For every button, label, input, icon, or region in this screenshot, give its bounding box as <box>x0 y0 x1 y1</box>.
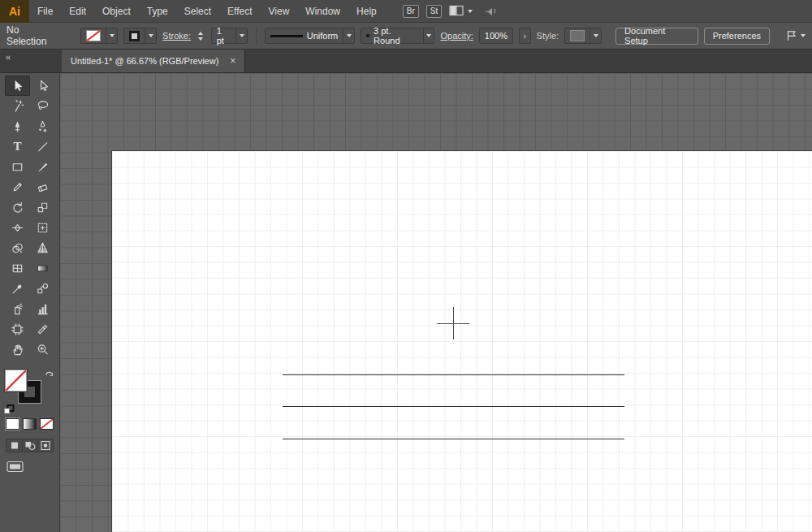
stroke-weight-value: 1 pt <box>217 26 231 45</box>
tool-gradient[interactable] <box>30 258 55 279</box>
tool-symbol-sprayer[interactable] <box>5 299 30 319</box>
tool-hand[interactable] <box>5 340 30 360</box>
brush-preview-icon <box>366 34 369 37</box>
tool-paintbrush[interactable] <box>30 157 55 177</box>
style-label: Style: <box>537 31 559 41</box>
tool-shape-builder[interactable] <box>5 238 30 258</box>
color-button[interactable] <box>6 418 19 430</box>
width-profile-value: Uniform <box>307 31 339 41</box>
menu-help[interactable]: Help <box>348 6 385 17</box>
tool-rectangle[interactable] <box>5 157 30 177</box>
draw-inside-button[interactable] <box>37 439 53 452</box>
default-fill-stroke-icon[interactable] <box>4 404 15 416</box>
tool-type[interactable]: T <box>5 136 30 157</box>
none-button[interactable] <box>40 418 54 430</box>
collapse-panel-button[interactable]: « <box>6 52 10 62</box>
draw-behind-button[interactable] <box>22 439 37 452</box>
chevron-down-icon <box>468 10 473 13</box>
illustrator-window: Ai File Edit Object Type Select Effect V… <box>0 0 812 532</box>
close-icon[interactable]: × <box>230 56 235 66</box>
opacity-value: 100% <box>485 31 508 41</box>
gradient-button[interactable] <box>23 418 37 430</box>
tool-width[interactable] <box>5 218 30 238</box>
menu-type[interactable]: Type <box>139 6 176 17</box>
menu-edit[interactable]: Edit <box>61 6 94 17</box>
stroke-weight-stepper[interactable] <box>197 32 205 41</box>
bridge-button[interactable]: Br <box>403 5 419 18</box>
app-logo: Ai <box>0 0 29 23</box>
stroke-panel-link[interactable]: Stroke: <box>162 31 191 41</box>
control-bar-menu-dropdown[interactable] <box>785 29 806 43</box>
preferences-button[interactable]: Preferences <box>704 28 770 45</box>
none-swatch-icon <box>86 30 101 41</box>
tool-scale[interactable] <box>30 197 55 218</box>
control-bar: No Selection Stroke: 1 pt <box>0 23 812 50</box>
menu-window[interactable]: Window <box>297 6 348 17</box>
arrange-documents-dropdown[interactable] <box>449 5 473 18</box>
fill-color-dropdown[interactable] <box>80 28 118 44</box>
stock-button[interactable]: St <box>426 5 442 18</box>
arrange-documents-icon <box>449 5 464 18</box>
menu-bar: Ai File Edit Object Type Select Effect V… <box>0 0 812 23</box>
tool-pencil[interactable] <box>5 177 30 197</box>
swap-fill-stroke-icon[interactable] <box>45 369 54 379</box>
stroke-weight-dropdown[interactable]: 1 pt <box>211 28 248 44</box>
share-icon <box>484 5 497 18</box>
opacity-options-button[interactable]: › <box>519 28 531 44</box>
tool-column-graph[interactable] <box>30 299 55 319</box>
tool-pen[interactable] <box>5 116 30 136</box>
tool-slice[interactable] <box>30 319 55 340</box>
menu-effect[interactable]: Effect <box>219 6 260 17</box>
chevron-down-icon <box>347 34 352 37</box>
menu-view[interactable]: View <box>261 6 298 17</box>
tool-lasso[interactable] <box>30 96 55 116</box>
opacity-field[interactable]: 100% <box>479 28 513 44</box>
chevron-down-icon <box>240 34 244 37</box>
tool-direct-selection[interactable] <box>30 76 55 96</box>
screen-mode-button[interactable] <box>6 461 24 475</box>
stroke-color-dropdown[interactable] <box>123 28 157 44</box>
tool-perspective-grid[interactable] <box>30 238 55 258</box>
tool-eyedropper[interactable] <box>5 279 30 299</box>
draw-normal-button[interactable] <box>6 439 22 452</box>
stroke-box-icon <box>129 31 140 41</box>
document-setup-button[interactable]: Document Setup <box>615 28 698 45</box>
opacity-panel-link[interactable]: Opacity: <box>440 31 473 41</box>
chevron-down-icon <box>426 34 431 37</box>
tool-blend[interactable] <box>30 279 55 299</box>
canvas-pasteboard[interactable] <box>60 73 812 532</box>
menu-select[interactable]: Select <box>176 6 219 17</box>
menu-object[interactable]: Object <box>94 6 139 17</box>
tool-rotate[interactable] <box>5 197 30 218</box>
graphic-style-dropdown[interactable] <box>564 28 602 44</box>
separator <box>256 27 257 45</box>
artboard[interactable] <box>111 150 812 532</box>
chevron-down-icon <box>149 34 153 37</box>
chevron-down-icon <box>110 34 114 37</box>
style-swatch-icon <box>570 30 585 41</box>
tool-free-transform[interactable] <box>30 218 55 238</box>
variable-width-profile-dropdown[interactable]: Uniform <box>265 28 356 44</box>
share-button[interactable] <box>484 5 497 18</box>
document-tab[interactable]: Untitled-1* @ 66.67% (RGB/Preview) × <box>62 50 245 72</box>
brush-definition-dropdown[interactable]: 3 pt. Round <box>361 28 434 44</box>
tool-zoom[interactable] <box>30 340 55 360</box>
fill-stroke-indicator <box>4 368 56 415</box>
tool-eraser[interactable] <box>30 177 55 197</box>
fill-swatch-none[interactable] <box>5 370 27 391</box>
menu-file[interactable]: File <box>29 6 61 17</box>
tool-artboard[interactable] <box>5 319 30 340</box>
tools-panel: T <box>0 73 60 532</box>
selection-status: No Selection <box>6 24 60 47</box>
drawn-line[interactable] <box>283 406 624 407</box>
drawn-line[interactable] <box>283 439 624 439</box>
tool-line-segment[interactable] <box>30 136 55 157</box>
tool-curvature[interactable] <box>30 116 55 136</box>
tool-magic-wand[interactable] <box>5 96 30 116</box>
flag-icon <box>785 29 797 43</box>
tool-grid: T <box>5 76 55 360</box>
drawing-mode-buttons <box>6 439 54 452</box>
drawn-line[interactable] <box>283 374 624 375</box>
tool-selection[interactable] <box>5 76 30 96</box>
tool-mesh[interactable] <box>5 258 30 279</box>
